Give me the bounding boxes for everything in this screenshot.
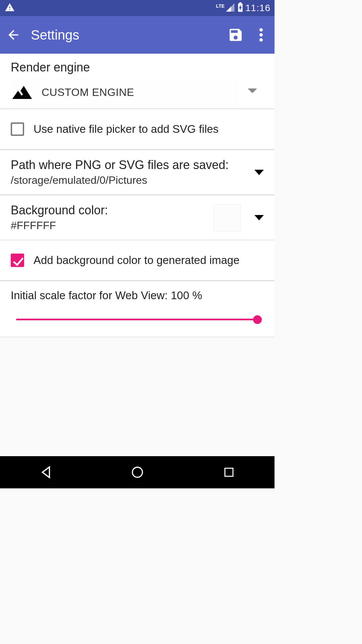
nav-recent-button[interactable] <box>209 462 249 482</box>
svg-point-3 <box>259 33 263 37</box>
save-button[interactable] <box>226 25 245 44</box>
render-engine-label: Render engine <box>0 54 275 78</box>
svg-point-2 <box>259 28 263 32</box>
background-color-title: Background color: <box>11 203 207 217</box>
overflow-menu-button[interactable] <box>252 25 270 44</box>
back-button[interactable] <box>4 25 23 44</box>
settings-content: Render engine CUSTOM ENGINE Use native f… <box>0 54 275 337</box>
add-bg-checkbox-row[interactable]: Add background color to generated image <box>0 240 275 281</box>
nav-back-button[interactable] <box>26 462 66 482</box>
chevron-down-icon <box>254 170 264 175</box>
native-picker-label: Use native file picker to add SVG files <box>34 123 219 136</box>
add-bg-checkbox[interactable] <box>11 254 24 267</box>
background-color-value: #FFFFFF <box>11 219 207 232</box>
navigation-bar <box>0 456 275 488</box>
svg-rect-6 <box>225 468 233 476</box>
svg-rect-1 <box>239 2 242 3</box>
save-path-row[interactable]: Path where PNG or SVG files are saved: /… <box>0 150 275 195</box>
lte-label: LTE <box>216 3 225 9</box>
terrain-icon <box>12 84 32 100</box>
add-bg-label: Add background color to generated image <box>34 254 240 267</box>
scale-slider-section: Initial scale factor for Web View: 100 % <box>0 281 275 337</box>
svg-point-4 <box>259 38 263 42</box>
native-picker-checkbox-row[interactable]: Use native file picker to add SVG files <box>0 109 275 150</box>
scale-label: Initial scale factor for Web View: 100 % <box>11 289 264 302</box>
page-title: Settings <box>31 28 220 43</box>
slider-thumb[interactable] <box>253 315 262 324</box>
battery-charging-icon <box>237 2 244 14</box>
save-path-value: /storage/emulated/0/Pictures <box>11 174 248 186</box>
color-swatch <box>214 204 241 231</box>
signal-icon <box>225 2 235 14</box>
status-bar: LTE 11:16 <box>0 0 275 16</box>
render-engine-value: CUSTOM ENGINE <box>42 86 134 99</box>
render-engine-dropdown[interactable]: CUSTOM ENGINE <box>0 78 275 109</box>
scale-slider[interactable] <box>16 313 262 326</box>
chevron-down-icon <box>248 88 257 96</box>
slider-track <box>16 319 262 320</box>
render-engine-section: Render engine CUSTOM ENGINE <box>0 54 275 109</box>
chevron-down-icon <box>254 215 264 220</box>
svg-point-5 <box>132 467 142 477</box>
background-color-row[interactable]: Background color: #FFFFFF <box>0 195 275 240</box>
nav-home-button[interactable] <box>117 462 158 482</box>
app-bar: Settings <box>0 16 275 54</box>
save-path-title: Path where PNG or SVG files are saved: <box>11 158 248 172</box>
native-picker-checkbox[interactable] <box>11 122 24 136</box>
status-time: 11:16 <box>245 3 270 13</box>
warning-icon <box>4 2 15 14</box>
